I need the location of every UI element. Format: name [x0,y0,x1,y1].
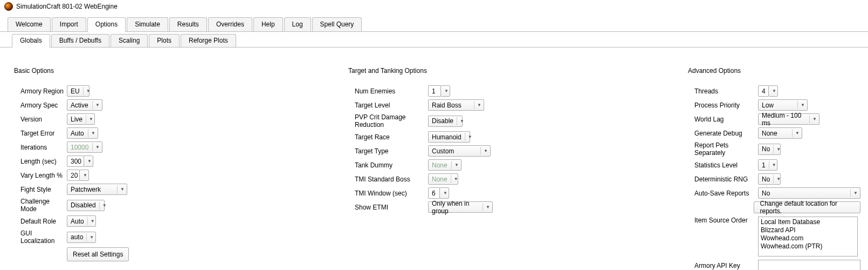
tmi-window-input[interactable]: 6 [428,187,440,199]
chevron-down-icon: ▼ [457,117,464,125]
tab-overrides[interactable]: Overrides [208,17,252,31]
armory-spec-label: Armory Spec [20,102,67,109]
subtab-scaling[interactable]: Scaling [111,34,148,47]
gui-localization-label: GUI Localization [20,230,67,245]
gui-localization-select[interactable]: auto▼ [67,232,96,243]
target-error-select[interactable]: Auto▼ [67,127,98,139]
item-source-order-label: Item Source Order [694,217,758,224]
tank-dummy-select[interactable]: None▼ [428,159,461,171]
change-default-location-button[interactable]: Change default location for reports. [754,201,860,213]
chevron-down-icon: ▼ [483,203,490,211]
process-priority-label: Process Priority [694,102,758,109]
target-race-select[interactable]: Humanoid▼ [428,131,470,143]
num-enemies-label: Num Enemies [355,87,428,95]
list-item[interactable]: Wowhead.com [761,234,855,242]
default-role-label: Default Role [20,218,67,225]
length-stepper[interactable]: ▼ [84,156,93,167]
chevron-down-icon: ▼ [451,161,459,169]
chevron-down-icon: ▼ [474,101,481,109]
num-enemies-input[interactable]: 1 [428,85,441,97]
tab-options[interactable]: Options [87,17,126,31]
armory-region-select[interactable]: EU▼ [67,85,89,97]
default-role-select[interactable]: Auto▼ [67,215,96,227]
length-input[interactable]: 300 [67,156,84,167]
chevron-down-icon: ▼ [99,201,107,210]
target-tanking-title: Target and Tanking Options [348,67,677,75]
list-item[interactable]: Wowhead.com (PTR) [761,242,855,251]
statistics-level-label: Statistics Level [694,161,758,169]
version-select[interactable]: Live▼ [67,113,95,125]
threads-input[interactable]: 4 [758,85,769,97]
basic-options-title: Basic Options [14,67,337,75]
process-priority-select[interactable]: Low▼ [758,99,808,111]
subtab-globals[interactable]: Globals [12,34,50,47]
pvp-crit-select[interactable]: Disable▼ [428,116,463,127]
num-enemies-stepper[interactable]: ▼ [440,85,450,97]
target-error-label: Target Error [20,130,67,137]
deterministic-rng-select[interactable]: No▼ [758,173,781,185]
threads-label: Threads [694,87,758,95]
report-pets-select[interactable]: No▼ [758,144,781,155]
show-etmi-label: Show ETMI [355,204,428,211]
tab-help[interactable]: Help [253,17,283,31]
chevron-down-icon: ▼ [92,101,100,109]
show-etmi-select[interactable]: Only when in group▼ [428,201,493,213]
tab-welcome[interactable]: Welcome [8,17,51,31]
tab-simulate[interactable]: Simulate [127,17,168,31]
tab-log[interactable]: Log [284,17,311,31]
chevron-down-icon: ▼ [773,175,781,183]
target-level-select[interactable]: Raid Boss▼ [428,99,484,111]
challenge-mode-select[interactable]: Disabled▼ [67,200,105,211]
tmi-window-label: TMI Window (sec) [355,190,428,197]
main-tabbar: WelcomeImportOptionsSimulateResultsOverr… [0,14,868,32]
target-tanking-section: Target and Tanking Options Num Enemies 1… [348,67,688,270]
tmi-std-boss-select[interactable]: None▼ [428,173,458,185]
world-lag-select[interactable]: Medium - 100 ms▼ [758,113,819,125]
globals-panel: Basic Options Armory Region EU▼ Armory S… [9,51,859,270]
vary-length-input[interactable]: 20 [67,170,80,181]
iterations-select[interactable]: 10000▼ [67,141,102,153]
chevron-down-icon: ▼ [117,185,125,193]
chevron-down-icon: ▼ [92,143,100,151]
deterministic-rng-label: Deterministic RNG [694,176,758,183]
challenge-mode-label: Challenge Mode [20,198,67,213]
report-pets-label: Report Pets Separately [694,141,758,157]
window-title: SimulationCraft 801-02 WebEngine [16,3,118,10]
vary-length-stepper[interactable]: ▼ [79,170,89,181]
armory-region-label: Armory Region [20,87,67,95]
tab-spell-query[interactable]: Spell Query [312,17,362,31]
chevron-down-icon: ▼ [88,129,95,137]
generate-debug-label: Generate Debug [694,130,758,137]
chevron-down-icon: ▼ [850,189,858,197]
fight-style-select[interactable]: Patchwerk▼ [67,184,127,195]
list-item[interactable]: Local Item Database [761,218,855,226]
tab-import[interactable]: Import [52,17,86,31]
chevron-down-icon: ▼ [480,147,488,155]
chevron-down-icon: ▼ [87,217,95,225]
auto-save-reports-select[interactable]: No▼ [758,187,860,199]
subtab-buffs-debuffs[interactable]: Buffs / Debuffs [51,34,109,47]
target-type-label: Target Type [355,147,428,155]
tab-results[interactable]: Results [169,17,207,31]
target-type-select[interactable]: Custom▼ [428,145,491,157]
auto-save-reports-label: Auto-Save Reports [694,190,758,197]
chevron-down-icon: ▼ [87,157,92,165]
armory-spec-select[interactable]: Active▼ [67,99,102,111]
item-source-order-list[interactable]: Local Item DatabaseBlizzard APIWowhead.c… [758,217,858,256]
armory-api-key-input[interactable] [758,260,860,270]
generate-debug-select[interactable]: None▼ [758,127,802,139]
statistics-level-select[interactable]: 1▼ [758,159,777,171]
chevron-down-icon: ▼ [83,87,91,95]
tmi-window-stepper[interactable]: ▼ [439,187,449,199]
list-item[interactable]: Blizzard API [761,226,855,234]
sub-tabbar: GlobalsBuffs / DebuffsScalingPlotsReforg… [0,32,868,48]
subtab-plots[interactable]: Plots [149,34,180,47]
world-lag-label: World Lag [694,116,758,123]
reset-all-settings-button[interactable]: Reset all Settings [67,247,129,261]
version-label: Version [20,116,67,123]
advanced-options-section: Advanced Options Threads 4 ▼ Process Pri… [688,67,868,270]
threads-stepper[interactable]: ▼ [768,85,778,97]
chevron-down-icon: ▼ [792,129,800,137]
vary-length-label: Vary Length % [20,172,67,179]
subtab-reforge-plots[interactable]: Reforge Plots [181,34,236,47]
